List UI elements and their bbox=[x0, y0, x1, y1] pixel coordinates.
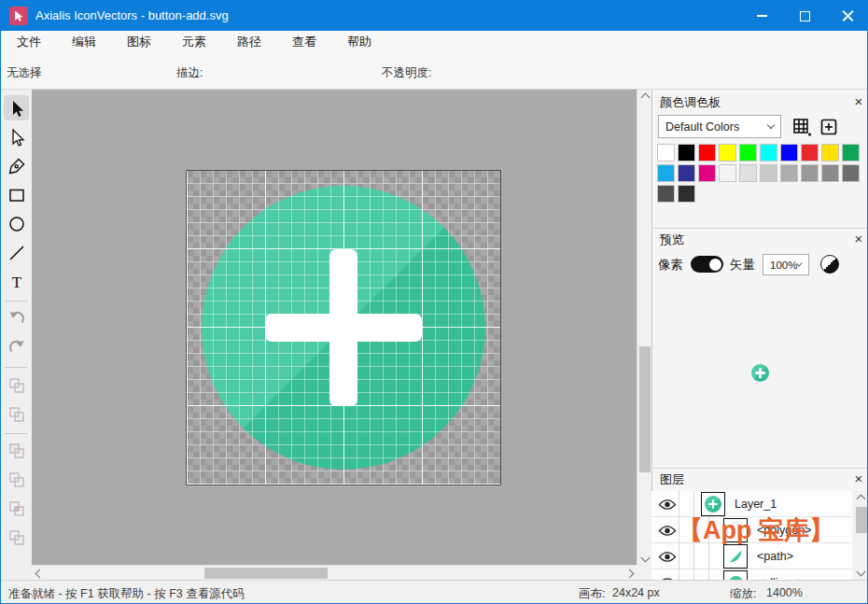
color-swatch[interactable] bbox=[739, 144, 757, 162]
tool-separator bbox=[5, 301, 27, 302]
menu-file[interactable]: 文件 bbox=[1, 31, 56, 53]
layer-thumbnail[interactable] bbox=[701, 492, 725, 516]
color-swatch[interactable] bbox=[678, 144, 695, 162]
scroll-up-icon[interactable] bbox=[637, 90, 652, 105]
maximize-button[interactable] bbox=[783, 1, 826, 31]
color-swatch[interactable] bbox=[657, 144, 675, 162]
text-icon: T bbox=[7, 273, 26, 291]
menu-help[interactable]: 帮助 bbox=[331, 31, 386, 53]
boolean-intersect-button[interactable] bbox=[4, 496, 29, 521]
layer-thumbnail[interactable] bbox=[723, 570, 748, 580]
color-swatch[interactable] bbox=[760, 144, 777, 162]
menu-view[interactable]: 查看 bbox=[276, 31, 331, 53]
color-swatch[interactable] bbox=[698, 164, 716, 182]
layer-row-polygon[interactable]: <polygon> bbox=[651, 517, 852, 543]
menu-path[interactable]: 路径 bbox=[221, 31, 276, 53]
order-forward-button[interactable] bbox=[4, 372, 29, 398]
order-backward-button[interactable] bbox=[4, 401, 29, 427]
color-swatch[interactable] bbox=[698, 144, 716, 162]
color-swatch[interactable] bbox=[657, 164, 675, 182]
polygon-thumb-icon bbox=[728, 523, 743, 538]
palette-add-button[interactable] bbox=[819, 117, 839, 140]
pixel-mode-label[interactable]: 像素 bbox=[658, 257, 683, 274]
artboard[interactable] bbox=[187, 171, 500, 485]
scroll-left-icon[interactable] bbox=[32, 566, 47, 581]
palette-close-icon[interactable]: × bbox=[851, 94, 866, 109]
color-swatch[interactable] bbox=[719, 144, 736, 162]
color-swatch[interactable] bbox=[657, 185, 675, 203]
layer-name[interactable]: <path> bbox=[757, 550, 793, 563]
layer-row-ellipse[interactable]: <ellipse> bbox=[651, 569, 852, 580]
color-swatch[interactable] bbox=[678, 164, 695, 182]
layer-name[interactable]: <polygon> bbox=[757, 524, 811, 537]
canvas-horizontal-scrollbar[interactable] bbox=[32, 565, 637, 580]
chevron-down-icon bbox=[797, 260, 803, 266]
menu-edit[interactable]: 编辑 bbox=[56, 31, 111, 53]
boolean-subtract-button[interactable] bbox=[4, 467, 29, 492]
layer-name[interactable]: Layer_1 bbox=[735, 498, 777, 511]
menu-bar: 文件 编辑 图标 元素 路径 查看 帮助 bbox=[1, 31, 867, 53]
layer-row-layer1[interactable]: Layer_1 bbox=[651, 491, 852, 517]
visibility-eye-icon[interactable] bbox=[658, 525, 677, 537]
scrollbar-corner bbox=[637, 565, 651, 580]
icon-plus-vertical[interactable] bbox=[329, 249, 357, 406]
layers-scroll-thumb[interactable] bbox=[856, 507, 867, 533]
layers-scrollbar[interactable] bbox=[853, 491, 868, 580]
rectangle-tool-button[interactable] bbox=[4, 182, 29, 207]
menu-element[interactable]: 元素 bbox=[166, 31, 221, 53]
select-tool-button[interactable] bbox=[4, 95, 29, 120]
direct-select-tool-button[interactable] bbox=[4, 124, 29, 149]
undo-button[interactable] bbox=[4, 305, 29, 330]
redo-button[interactable] bbox=[4, 334, 29, 359]
color-swatch[interactable] bbox=[780, 164, 798, 182]
color-swatch[interactable] bbox=[842, 164, 860, 182]
ellipse-tool-button[interactable] bbox=[4, 211, 29, 236]
selection-status: 无选择 bbox=[7, 65, 42, 81]
layer-row-path[interactable]: <path> bbox=[651, 543, 852, 569]
send-backward-icon bbox=[7, 405, 26, 424]
color-swatch[interactable] bbox=[719, 164, 736, 182]
minimize-icon bbox=[757, 15, 767, 17]
palette-grid-button[interactable] bbox=[791, 117, 812, 140]
pen-tool-button[interactable] bbox=[4, 153, 29, 178]
close-button[interactable] bbox=[826, 1, 868, 31]
canvas-area[interactable] bbox=[32, 90, 637, 565]
vertical-scroll-thumb[interactable] bbox=[639, 346, 651, 472]
color-swatch[interactable] bbox=[801, 144, 819, 162]
visibility-eye-icon[interactable] bbox=[658, 499, 677, 511]
palette-preset-dropdown[interactable]: Default Colors bbox=[658, 115, 781, 138]
menu-icon[interactable]: 图标 bbox=[111, 31, 166, 53]
tree-guide-line bbox=[693, 569, 694, 580]
color-swatch[interactable] bbox=[678, 185, 695, 203]
color-swatch[interactable] bbox=[821, 164, 839, 182]
scroll-down-icon[interactable] bbox=[853, 564, 868, 579]
scroll-down-icon[interactable] bbox=[637, 550, 652, 565]
minimize-button[interactable] bbox=[740, 1, 783, 31]
pixel-vector-toggle[interactable] bbox=[691, 256, 723, 273]
color-swatch[interactable] bbox=[739, 164, 757, 182]
boolean-union-button[interactable] bbox=[4, 438, 29, 463]
preview-background-toggle[interactable] bbox=[820, 255, 839, 274]
zoom-value: 1400% bbox=[766, 586, 803, 599]
boolean-exclude-button[interactable] bbox=[4, 525, 29, 550]
color-swatch[interactable] bbox=[760, 164, 777, 182]
line-tool-button[interactable] bbox=[4, 240, 29, 265]
vector-mode-label[interactable]: 矢量 bbox=[730, 257, 755, 274]
layer-thumbnail[interactable] bbox=[723, 544, 748, 569]
scroll-right-icon[interactable] bbox=[622, 566, 637, 581]
color-swatch[interactable] bbox=[801, 164, 819, 182]
color-swatch[interactable] bbox=[780, 144, 798, 162]
app-logo-icon bbox=[9, 7, 28, 25]
horizontal-scroll-thumb[interactable] bbox=[204, 568, 328, 579]
color-swatch[interactable] bbox=[842, 144, 860, 162]
text-tool-button[interactable]: T bbox=[4, 269, 29, 294]
visibility-eye-icon[interactable] bbox=[658, 551, 677, 563]
color-swatch[interactable] bbox=[821, 144, 839, 162]
layer-thumbnail[interactable] bbox=[723, 518, 748, 542]
tool-separator bbox=[5, 433, 27, 434]
preview-close-icon[interactable]: × bbox=[851, 232, 866, 246]
canvas-vertical-scrollbar[interactable] bbox=[637, 90, 651, 565]
scroll-up-icon[interactable] bbox=[853, 491, 868, 506]
preview-zoom-dropdown[interactable]: 100% bbox=[763, 254, 809, 275]
layers-close-icon[interactable]: × bbox=[851, 471, 866, 486]
